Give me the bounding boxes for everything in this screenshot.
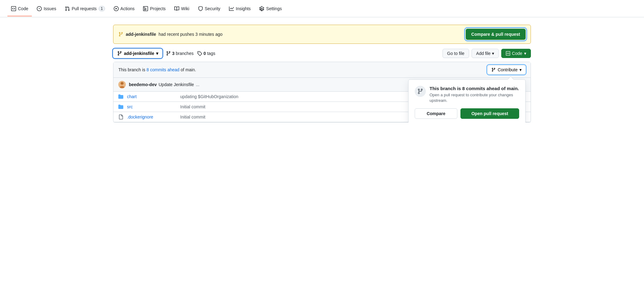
nav-item-projects[interactable]: Projects	[139, 4, 169, 14]
commit-dots[interactable]: ...	[196, 82, 200, 87]
open-pull-request-button[interactable]: Open pull request	[460, 108, 519, 119]
file-name-chart[interactable]: chart	[127, 94, 176, 99]
svg-point-4	[122, 83, 123, 83]
svg-point-1	[121, 82, 124, 85]
code-button-icon	[506, 51, 510, 56]
branch-dropdown-icon: ▾	[156, 51, 158, 56]
compare-pull-request-button[interactable]: Compare & pull request	[466, 29, 526, 40]
folder-icon-src	[118, 104, 123, 109]
pull-requests-icon	[65, 6, 70, 11]
tags-label: tags	[207, 51, 215, 56]
nav-label-actions: Actions	[121, 6, 135, 11]
svg-point-3	[121, 83, 121, 83]
nav-label-code: Code	[18, 6, 28, 11]
nav-item-settings[interactable]: Settings	[256, 4, 286, 14]
code-button[interactable]: Code ▾	[501, 49, 531, 58]
popup-branch-icon	[415, 86, 426, 97]
contribute-icon	[491, 68, 496, 72]
avatar-image	[118, 81, 126, 88]
file-name-src[interactable]: src	[127, 104, 176, 109]
popup-description: Open a pull request to contribute your c…	[430, 92, 519, 103]
go-to-file-button[interactable]: Go to file	[443, 49, 469, 58]
popup-header: This branch is 8 commits ahead of main. …	[415, 86, 519, 103]
branches-link[interactable]: 3 branches	[166, 51, 193, 56]
branches-count: 3	[172, 51, 175, 56]
tag-icon	[197, 51, 202, 56]
branch-actions: Go to file Add file ▾ Code ▾	[443, 49, 531, 58]
settings-icon	[259, 6, 264, 11]
contribute-dropdown-icon: ▾	[519, 67, 522, 72]
folder-icon-chart	[118, 94, 123, 99]
add-file-label: Add file	[476, 51, 491, 56]
nav-item-security[interactable]: Security	[194, 4, 224, 14]
ahead-bar: This branch is 8 commits ahead of main. …	[113, 62, 531, 78]
avatar	[118, 81, 126, 88]
contribute-dropdown-popup: This branch is 8 commits ahead of main. …	[408, 79, 526, 123]
banner-branch-name: add-jenkinsfile	[126, 32, 156, 37]
branches-meta-icon	[166, 51, 171, 56]
popup-content: This branch is 8 commits ahead of main. …	[430, 86, 519, 103]
compare-button[interactable]: Compare	[415, 108, 457, 119]
tags-count: 0	[203, 51, 206, 56]
nav-label-projects: Projects	[150, 6, 166, 11]
nav-label-security: Security	[205, 6, 221, 11]
projects-icon	[143, 6, 148, 11]
ahead-text-after: of main.	[180, 67, 196, 72]
ahead-text-before: This branch is	[118, 67, 146, 72]
popup-title: This branch is 8 commits ahead of main.	[430, 86, 519, 91]
branch-selector-button[interactable]: add-jenkinsfile ▾	[113, 49, 162, 58]
popup-branch-svg	[417, 88, 423, 94]
branch-row: add-jenkinsfile ▾ 3 branches 0 tags Go t…	[113, 49, 531, 58]
nav-item-actions[interactable]: Actions	[110, 4, 138, 14]
actions-icon	[114, 6, 119, 11]
repo-box: This branch is 8 commits ahead of main. …	[113, 62, 531, 123]
add-file-button[interactable]: Add file ▾	[472, 49, 499, 58]
code-button-label: Code	[512, 51, 522, 56]
nav-item-issues[interactable]: Issues	[33, 4, 60, 14]
banner-message-text: had recent pushes 3 minutes ago	[159, 32, 222, 37]
popup-actions: Compare Open pull request	[415, 108, 519, 119]
nav-item-code[interactable]: Code	[7, 4, 32, 14]
commit-info: beedemo-dev Update Jenkinsfile ...	[129, 82, 199, 87]
nav-label-issues: Issues	[44, 6, 56, 11]
banner-message: add-jenkinsfile had recent pushes 3 minu…	[118, 32, 222, 37]
code-icon	[11, 6, 16, 11]
nav-label-insights: Insights	[236, 6, 251, 11]
nav-item-wiki[interactable]: Wiki	[171, 4, 193, 14]
branch-icon-banner	[118, 32, 123, 37]
tags-link[interactable]: 0 tags	[197, 51, 215, 56]
recent-push-banner: add-jenkinsfile had recent pushes 3 minu…	[113, 25, 531, 44]
code-dropdown-icon: ▾	[524, 51, 526, 56]
add-file-dropdown-icon: ▾	[492, 51, 494, 56]
commits-ahead-link[interactable]: 8 commits ahead	[146, 67, 180, 72]
branches-label: branches	[176, 51, 194, 56]
insights-icon	[229, 6, 234, 11]
wiki-icon	[174, 6, 179, 11]
nav-label-wiki: Wiki	[181, 6, 189, 11]
contribute-button[interactable]: Contribute ▾	[487, 65, 526, 74]
commit-author: beedemo-dev	[129, 82, 157, 87]
nav-item-pull-requests[interactable]: Pull requests 1	[61, 3, 109, 14]
commit-message: Update Jenkinsfile	[159, 82, 194, 87]
pull-requests-badge: 1	[99, 6, 105, 11]
issues-icon	[37, 6, 42, 11]
security-icon	[198, 6, 203, 11]
branch-name: add-jenkinsfile	[124, 51, 154, 56]
main-content: add-jenkinsfile had recent pushes 3 minu…	[106, 17, 538, 123]
contribute-label: Contribute	[498, 67, 518, 72]
file-icon-dockerignore	[118, 114, 123, 119]
branch-selector-icon	[117, 51, 122, 56]
file-name-dockerignore[interactable]: .dockerignore	[127, 114, 176, 119]
nav-label-settings: Settings	[266, 6, 282, 11]
nav-bar: Code Issues Pull requests 1 Actions Proj…	[0, 0, 644, 17]
nav-item-insights[interactable]: Insights	[225, 4, 254, 14]
nav-label-pull-requests: Pull requests	[72, 6, 97, 11]
ahead-text: This branch is 8 commits ahead of main.	[118, 67, 196, 72]
